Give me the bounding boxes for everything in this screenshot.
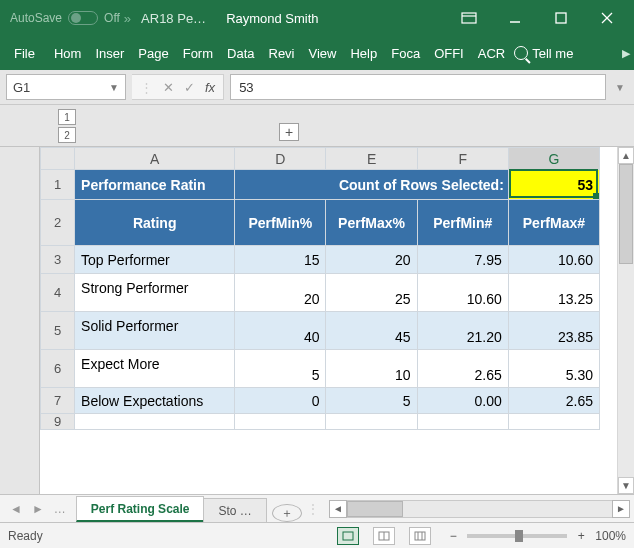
user-name[interactable]: Raymond Smith [226,11,318,26]
count-label[interactable]: Count of Rows Selected: [235,170,508,200]
col-perfminpct[interactable]: PerfMin% [235,200,326,246]
tab-help[interactable]: Help [343,36,384,70]
cell[interactable]: 13.25 [508,274,599,312]
ribbon-scroll-right-icon[interactable]: ▶ [622,47,630,60]
cell[interactable]: 2.65 [508,388,599,414]
col-header-g[interactable]: G [508,148,599,170]
cell[interactable]: 0.00 [417,388,508,414]
maximize-button[interactable] [538,0,584,36]
cell[interactable]: Top Performer [75,246,235,274]
tell-me-search[interactable]: Tell me [514,46,573,61]
scroll-thumb[interactable] [347,501,403,517]
cell[interactable] [326,414,417,430]
col-header-f[interactable]: F [417,148,508,170]
enter-icon[interactable]: ✓ [184,80,195,95]
col-header-a[interactable]: A [75,148,235,170]
cell[interactable]: Solid Performer [75,312,235,350]
tab-acrobat[interactable]: ACR [471,36,512,70]
cancel-icon[interactable]: ✕ [163,80,174,95]
cell[interactable] [75,414,235,430]
cell[interactable]: 20 [326,246,417,274]
scroll-track[interactable] [347,500,612,518]
scroll-thumb[interactable] [619,164,633,264]
vertical-scrollbar[interactable]: ▲ ▼ [617,147,634,494]
scroll-down-icon[interactable]: ▼ [618,477,634,494]
tab-nav-prev-icon[interactable]: ◄ [10,502,22,516]
scroll-right-icon[interactable]: ► [612,500,630,518]
cell[interactable] [508,414,599,430]
qat-overflow-icon[interactable]: » [124,11,131,26]
scroll-up-icon[interactable]: ▲ [618,147,634,164]
col-perfmaxpct[interactable]: PerfMax% [326,200,417,246]
view-normal-button[interactable] [337,527,359,545]
count-value-cell[interactable]: 53 [508,170,599,200]
add-sheet-button[interactable]: ＋ [272,504,302,522]
tab-home[interactable]: Hom [47,36,88,70]
cell[interactable]: Below Expectations [75,388,235,414]
tab-file[interactable]: File [2,36,47,70]
tab-insert[interactable]: Inser [88,36,131,70]
cell[interactable] [235,414,326,430]
row-header[interactable]: 5 [41,312,75,350]
tab-office[interactable]: OFFI [427,36,471,70]
zoom-out-button[interactable]: − [445,529,461,543]
tab-nav-ellipsis[interactable]: … [54,502,66,516]
cell[interactable]: 15 [235,246,326,274]
horizontal-scrollbar[interactable]: ◄ ► [325,500,634,518]
row-header[interactable]: 4 [41,274,75,312]
minimize-button[interactable] [492,0,538,36]
cell[interactable]: 10 [326,350,417,388]
cell[interactable]: 23.85 [508,312,599,350]
tab-foca[interactable]: Foca [384,36,427,70]
cell[interactable]: 5 [326,388,417,414]
view-page-break-button[interactable] [409,527,431,545]
cell[interactable]: 10.60 [508,246,599,274]
tab-data[interactable]: Data [220,36,261,70]
cell[interactable]: 0 [235,388,326,414]
formula-input[interactable]: 53 [230,74,606,100]
col-header-d[interactable]: D [235,148,326,170]
scroll-track[interactable] [618,164,634,477]
select-all-corner[interactable] [41,148,75,170]
tab-review[interactable]: Revi [262,36,302,70]
ribbon-options-icon[interactable] [446,0,492,36]
col-perfmaxnum[interactable]: PerfMax# [508,200,599,246]
row-header[interactable]: 7 [41,388,75,414]
zoom-in-button[interactable]: + [573,529,589,543]
tab-page-layout[interactable]: Page [131,36,175,70]
name-box[interactable]: G1 ▼ [6,74,126,100]
zoom-knob[interactable] [515,530,523,542]
cell[interactable]: 25 [326,274,417,312]
row-header[interactable]: 9 [41,414,75,430]
row-header[interactable]: 6 [41,350,75,388]
cell[interactable]: 21.20 [417,312,508,350]
zoom-slider[interactable] [467,534,567,538]
cell[interactable]: 5 [235,350,326,388]
cell[interactable]: 2.65 [417,350,508,388]
row-header-2[interactable]: 2 [41,200,75,246]
view-page-layout-button[interactable] [373,527,395,545]
cell[interactable]: 40 [235,312,326,350]
outline-level-2[interactable]: 2 [58,127,76,143]
scroll-left-icon[interactable]: ◄ [329,500,347,518]
close-button[interactable] [584,0,630,36]
cell[interactable]: 45 [326,312,417,350]
title-cell[interactable]: Performance Ratin [75,170,235,200]
tab-nav-next-icon[interactable]: ► [32,502,44,516]
cell[interactable]: Expect More [75,350,235,388]
cell[interactable]: 10.60 [417,274,508,312]
cell[interactable]: 7.95 [417,246,508,274]
autosave-toggle[interactable]: AutoSave Off [10,11,120,25]
tab-view[interactable]: View [302,36,344,70]
col-rating[interactable]: Rating [75,200,235,246]
cell[interactable]: Strong Performer [75,274,235,312]
cell[interactable]: 20 [235,274,326,312]
sheet-tab-active[interactable]: Perf Rating Scale [76,496,205,522]
col-perfminnum[interactable]: PerfMin# [417,200,508,246]
col-header-e[interactable]: E [326,148,417,170]
sheet-tab[interactable]: Sto … [203,498,266,522]
row-header-1[interactable]: 1 [41,170,75,200]
outline-level-1[interactable]: 1 [58,109,76,125]
zoom-value[interactable]: 100% [595,529,626,543]
cell[interactable] [417,414,508,430]
